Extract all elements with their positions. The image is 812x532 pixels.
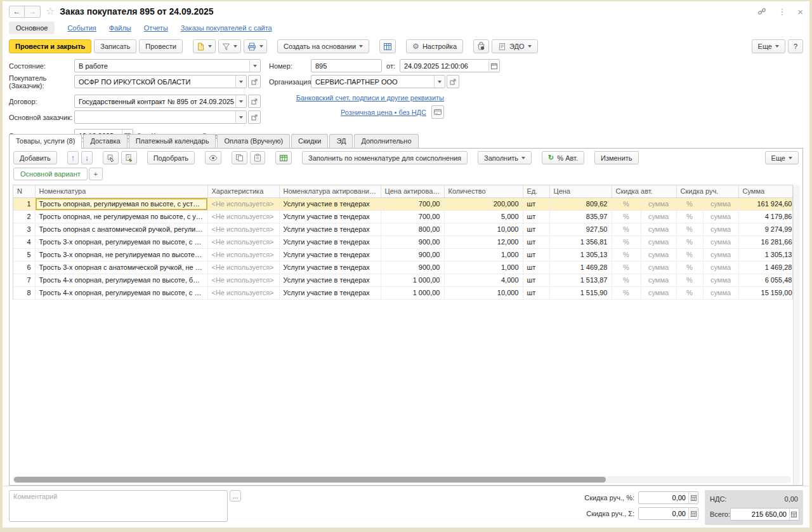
filter-button[interactable] <box>218 39 241 53</box>
cell-discount-manual-pct[interactable]: % <box>676 223 703 236</box>
cell-discount-auto-sum[interactable]: сумма <box>641 210 676 223</box>
price-type-button[interactable] <box>431 105 444 119</box>
forward-button[interactable]: → <box>25 6 41 18</box>
table-row[interactable]: 1 Трость опорная, регулируемая по высоте… <box>13 197 793 210</box>
window-menu-icon[interactable]: ⋮ <box>778 7 786 17</box>
cell-unit[interactable]: шт <box>523 248 549 261</box>
cell-characteristic[interactable]: <Не используется> <box>207 210 279 223</box>
col-header-price[interactable]: Цена <box>549 185 612 197</box>
cell-discount-auto-pct[interactable]: % <box>612 210 641 223</box>
cell-discount-manual-pct[interactable]: % <box>676 286 703 299</box>
cell-discount-manual-sum[interactable]: сумма <box>703 223 738 236</box>
post-button[interactable]: Провести <box>139 39 183 53</box>
contract-dropdown-button[interactable] <box>235 95 246 107</box>
cell-discount-auto-sum[interactable]: сумма <box>641 261 676 274</box>
price-type-link[interactable]: Розничная цена • без НДС <box>341 109 426 116</box>
cell-unit[interactable]: шт <box>523 236 549 248</box>
comment-input[interactable] <box>9 490 228 522</box>
cell-discount-manual-sum[interactable]: сумма <box>703 236 738 248</box>
customer-dropdown-button[interactable] <box>235 76 246 88</box>
total-field[interactable] <box>730 508 799 521</box>
horizontal-scrollbar-thumb[interactable] <box>14 477 606 482</box>
cell-unit[interactable]: шт <box>523 261 549 274</box>
cell-unit[interactable]: шт <box>523 197 549 210</box>
main-customer-open-button[interactable] <box>248 110 261 124</box>
cell-discount-manual-sum[interactable]: сумма <box>703 197 738 210</box>
cell-act-price[interactable]: 700,00 <box>381 210 444 223</box>
tab-delivery[interactable]: Доставка <box>83 134 127 148</box>
cell-characteristic[interactable]: <Не используется> <box>207 286 279 299</box>
nav-item-files[interactable]: Файлы <box>109 24 131 32</box>
cell-sum[interactable]: 9 274,99 <box>738 223 793 236</box>
related-documents-button[interactable] <box>379 39 396 53</box>
cell-number[interactable]: 2 <box>13 210 35 223</box>
cell-price[interactable]: 1 513,87 <box>549 274 612 286</box>
contract-open-button[interactable] <box>248 95 261 108</box>
cell-act-price[interactable]: 800,00 <box>381 223 444 236</box>
cell-quantity[interactable]: 200,000 <box>444 197 523 210</box>
cell-characteristic[interactable]: <Не используется> <box>207 248 279 261</box>
create-based-on-button[interactable]: Создать на основании <box>277 39 369 53</box>
cell-discount-manual-pct[interactable]: % <box>676 274 703 286</box>
nav-item-events[interactable]: События <box>67 24 96 32</box>
move-row-up-button[interactable]: ↑ <box>67 151 79 164</box>
cell-quantity[interactable]: 12,000 <box>444 236 523 248</box>
copy-rows-button[interactable] <box>232 151 247 164</box>
fill-by-nomenclature-button[interactable]: Заполнить по номенклатуре для соисполнен… <box>302 151 468 164</box>
org-combo[interactable]: СЕРВИС-ПАРТНЕР ООО <box>311 75 445 88</box>
col-header-unit[interactable]: Ед. <box>523 185 549 197</box>
tab-discounts[interactable]: Скидки <box>291 134 328 148</box>
cell-unit[interactable]: шт <box>523 210 549 223</box>
more-button[interactable]: Еще <box>752 39 785 53</box>
cell-price[interactable]: 1 305,13 <box>549 248 612 261</box>
col-header-n[interactable]: N <box>13 185 35 197</box>
cell-number[interactable]: 7 <box>13 274 35 286</box>
cell-characteristic[interactable]: <Не используется> <box>207 261 279 274</box>
table-row[interactable]: 6 Трость 3-х опорная с анатомической руч… <box>13 261 793 274</box>
cell-number[interactable]: 4 <box>13 236 35 248</box>
tab-additional[interactable]: Дополнительно <box>354 134 418 148</box>
cell-quantity[interactable]: 4,000 <box>444 274 523 286</box>
cell-unit[interactable]: шт <box>523 286 549 299</box>
cell-discount-manual-sum[interactable]: сумма <box>703 286 738 299</box>
visibility-button[interactable] <box>205 151 221 164</box>
cell-nomenclature[interactable]: Трость 3-х опорная с анатомической ручко… <box>35 261 207 274</box>
cell-act-nomenclature[interactable]: Услуги участие в тендерах <box>279 286 381 299</box>
vertical-scrollbar[interactable] <box>793 185 800 485</box>
cell-act-price[interactable]: 1 000,00 <box>381 274 444 286</box>
cell-nomenclature[interactable]: Трость опорная, регулируемая по высоте, … <box>35 197 207 210</box>
cell-number[interactable]: 3 <box>13 223 35 236</box>
nav-item-main[interactable]: Основное <box>9 22 55 34</box>
cell-act-price[interactable]: 900,00 <box>381 261 444 274</box>
main-customer-combo[interactable] <box>74 110 247 124</box>
back-button[interactable]: ← <box>9 6 25 18</box>
nav-item-reports[interactable]: Отчеты <box>144 24 168 32</box>
load-from-spreadsheet-button[interactable] <box>275 151 292 164</box>
table-row[interactable]: 4 Трость 3-х опорная, регулируемая по вы… <box>13 236 793 248</box>
number-field[interactable]: 895 <box>311 59 382 72</box>
main-customer-dropdown-button[interactable] <box>235 111 246 123</box>
col-header-act-price[interactable]: Цена актирования за Ед. <box>381 185 444 197</box>
cell-discount-auto-sum[interactable]: сумма <box>641 274 676 286</box>
cell-price[interactable]: 809,62 <box>549 197 612 210</box>
customer-open-button[interactable] <box>248 75 261 88</box>
state-dropdown-button[interactable] <box>249 60 260 72</box>
tab-goods-services[interactable]: Товары, услуги (8) <box>9 134 82 149</box>
cell-nomenclature[interactable]: Трость опорная с анатомической ручкой, р… <box>35 223 207 236</box>
cell-discount-auto-pct[interactable]: % <box>612 248 641 261</box>
cell-discount-auto-pct[interactable]: % <box>612 197 641 210</box>
get-link-icon[interactable] <box>757 7 766 16</box>
manual-discount-pct-field[interactable] <box>638 491 698 504</box>
favorite-star-icon[interactable]: ☆ <box>46 6 55 17</box>
cell-act-nomenclature[interactable]: Услуги участие в тендерах <box>279 248 381 261</box>
cell-characteristic[interactable]: <Не используется> <box>207 274 279 286</box>
cell-price[interactable]: 1 356,81 <box>549 236 612 248</box>
cell-characteristic[interactable]: <Не используется> <box>207 236 279 248</box>
add-variant-button[interactable]: + <box>89 168 103 180</box>
tab-payment-calendar[interactable]: Платежный календарь <box>129 134 216 148</box>
save-button[interactable]: Записать <box>94 39 136 53</box>
cell-nomenclature[interactable]: Трость опорная, не регулируемая по высот… <box>35 210 207 223</box>
cell-discount-auto-pct[interactable]: % <box>612 274 641 286</box>
cell-number[interactable]: 6 <box>13 261 35 274</box>
date-field[interactable]: 24.09.2025 12:00:06 <box>400 59 500 72</box>
